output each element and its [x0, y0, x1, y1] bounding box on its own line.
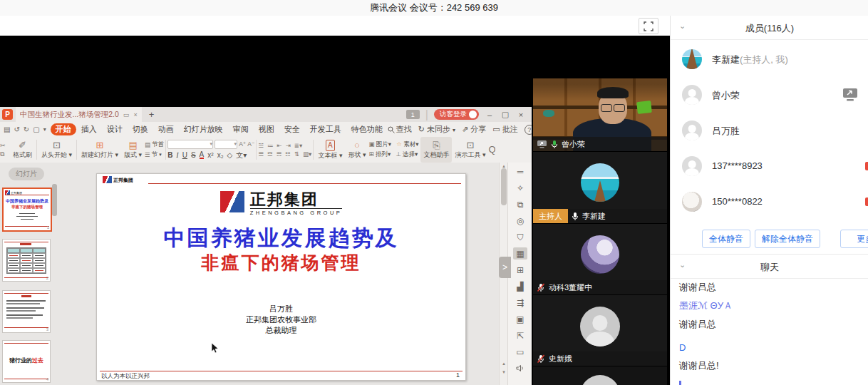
- panel-collapse-handle[interactable]: >: [499, 257, 511, 278]
- ribbon-tab-security[interactable]: 安全: [279, 123, 305, 135]
- subscript-button[interactable]: x₂: [217, 151, 224, 159]
- member-row[interactable]: 150****0822: [671, 184, 868, 220]
- rail-drag-handle[interactable]: ═: [513, 165, 527, 178]
- number-list-icon[interactable]: ≔: [267, 142, 274, 149]
- video-tile-zengxiaorong[interactable]: 曾小荣: [533, 78, 667, 151]
- align-right-icon[interactable]: ☴: [277, 150, 282, 158]
- slides-panel-scrollbar[interactable]: [52, 184, 57, 216]
- fullscreen-button[interactable]: [639, 18, 658, 34]
- from-start-button[interactable]: ⊡ 从头开始 ▾: [38, 137, 75, 163]
- text-effect-button[interactable]: 文▾: [236, 150, 247, 160]
- rail-smartart-icon[interactable]: ⊞: [513, 264, 527, 276]
- align-left-icon[interactable]: ☰: [258, 150, 264, 158]
- wps-restore-button[interactable]: ▢: [500, 110, 510, 119]
- section-top-button[interactable]: ▤节首: [145, 140, 164, 149]
- align-justify-icon[interactable]: ☷: [285, 150, 291, 158]
- ribbon-tab-transition[interactable]: 切换: [128, 123, 153, 135]
- undo-icon[interactable]: ↺: [14, 125, 19, 133]
- tab-close-icon[interactable]: ×: [133, 111, 137, 118]
- underline-button[interactable]: U: [182, 151, 187, 159]
- format-painter-button[interactable]: ✐ 格式刷: [10, 137, 35, 163]
- ribbon-tab-view[interactable]: 视图: [254, 123, 279, 135]
- slide-thumbnail-3[interactable]: 3: [2, 290, 51, 333]
- member-row[interactable]: 曾小荣: [671, 77, 868, 113]
- layout-button[interactable]: ▤ 版式 ▾: [121, 137, 145, 163]
- rail-layout-icon[interactable]: ⧉: [513, 198, 527, 210]
- rail-theme-icon[interactable]: ⛉: [513, 231, 527, 243]
- doc-assistant-button[interactable]: ⎘ 文档助手: [420, 137, 452, 163]
- ribbon-tab-home[interactable]: 开始: [51, 123, 76, 135]
- strikethrough-button[interactable]: S: [191, 151, 196, 159]
- comment-button[interactable]: ▭ 批注: [492, 124, 517, 135]
- ribbon-tab-design[interactable]: 设计: [102, 123, 128, 135]
- video-tile-dongyaozhong[interactable]: 动科3董耀中: [533, 224, 667, 294]
- clipboard-group[interactable]: ✂ ⧉: [0, 137, 10, 163]
- member-row[interactable]: 吕万胜: [671, 113, 868, 148]
- sync-status-button[interactable]: ↻ 未同步 ▾: [418, 124, 455, 135]
- find-button[interactable]: 查找: [388, 124, 412, 135]
- member-row[interactable]: 137****8923: [671, 148, 868, 184]
- video-tile-partial[interactable]: [533, 366, 667, 385]
- bullet-list-icon[interactable]: ☱: [258, 142, 264, 149]
- indent-icon[interactable]: ⇥: [286, 142, 291, 149]
- rail-speaker-icon[interactable]: [513, 362, 527, 374]
- slide-thumbnail-2[interactable]: 2: [2, 239, 51, 282]
- wps-close-button[interactable]: ×: [516, 111, 526, 119]
- font-name-combo[interactable]: ▾: [167, 140, 213, 149]
- guest-login-button[interactable]: 访客登录: [434, 109, 479, 120]
- section-button[interactable]: ☰节▾: [145, 150, 164, 159]
- slide-canvas[interactable]: 正邦集团 正邦集团 ZHENGBANG GROUP 中国养猪业发展趋势及 非瘟下…: [96, 173, 466, 381]
- bold-button[interactable]: B: [167, 151, 172, 159]
- share-button[interactable]: ⇗ 分享: [462, 124, 486, 135]
- shape-button[interactable]: ○ 形状 ▾: [345, 137, 368, 163]
- font-decrease-icon[interactable]: A⁻: [247, 140, 254, 148]
- tab-pin-icon[interactable]: ▭: [123, 111, 130, 118]
- toolbar-clipped-button[interactable]: Q: [488, 137, 495, 163]
- font-color-button[interactable]: A: [200, 151, 205, 159]
- material-button[interactable]: ☆ 素材▾: [396, 140, 418, 149]
- columns-icon[interactable]: ▥▾: [303, 150, 311, 158]
- italic-button[interactable]: I: [176, 151, 178, 159]
- rail-animation-icon[interactable]: ✧: [513, 182, 527, 194]
- quick-access-dropdown-icon[interactable]: ▾: [43, 126, 46, 133]
- save-icon[interactable]: ▤: [4, 125, 10, 133]
- rail-image-icon[interactable]: ▣: [513, 313, 527, 325]
- slides-panel-tab[interactable]: 幻灯片: [9, 168, 44, 180]
- preview-icon[interactable]: ▢: [33, 125, 39, 133]
- present-tools-button[interactable]: ⊡ 演示工具 ▾: [452, 137, 488, 163]
- member-row[interactable]: 李新建(主持人, 我): [671, 41, 868, 77]
- rail-at-icon[interactable]: ◎: [513, 215, 527, 227]
- new-slide-button[interactable]: ⊞ 新建幻灯片 ▾: [78, 137, 121, 163]
- rail-flow-icon[interactable]: ⇶: [513, 297, 527, 309]
- align-center-icon[interactable]: ☲: [267, 150, 273, 158]
- video-tile-shixine[interactable]: 史新娥: [533, 295, 667, 366]
- slide-thumbnail-4[interactable]: 猪行业的过去 4: [2, 340, 51, 383]
- font-increase-icon[interactable]: A⁺: [239, 140, 246, 148]
- help-icon[interactable]: ?: [525, 125, 532, 135]
- textbox-button[interactable]: A 文本框 ▾: [315, 137, 345, 163]
- ribbon-tab-insert[interactable]: 插入: [76, 123, 102, 135]
- superscript-button[interactable]: x²: [207, 151, 213, 159]
- wps-document-tab[interactable]: 中国生猪行业发...猪场管理2.0 ▭ ×: [16, 107, 142, 122]
- ribbon-tab-features[interactable]: 特色功能: [346, 123, 388, 135]
- select-button[interactable]: ⊥ 选择▾: [396, 150, 418, 159]
- rail-export-icon[interactable]: ⇱: [513, 329, 527, 342]
- slide-thumbnail-1[interactable]: 正邦集团 中国养猪业发展趋势及 非瘟下的猪场管理 1: [2, 188, 52, 232]
- video-tile-lixinjian[interactable]: 主持人 李新建: [533, 152, 667, 223]
- line-spacing-icon[interactable]: ⇅: [294, 150, 299, 158]
- ribbon-tab-review[interactable]: 审阅: [228, 123, 254, 135]
- canvas-scrollbar-thumb[interactable]: [501, 168, 507, 205]
- new-tab-button[interactable]: +: [149, 109, 155, 120]
- arrange-button[interactable]: ⊞ 排列▾: [368, 150, 391, 159]
- wps-minimize-button[interactable]: –: [485, 111, 495, 119]
- unmute-all-button[interactable]: 解除全体静音: [755, 230, 820, 248]
- picture-button[interactable]: ▣ 图片▾: [368, 140, 391, 149]
- ribbon-tab-devtools[interactable]: 开发工具: [305, 123, 346, 135]
- more-button[interactable]: 更多 ▾: [840, 230, 868, 248]
- outdent-icon[interactable]: ⇤: [277, 142, 282, 149]
- rail-chart-icon[interactable]: ▟: [513, 280, 527, 292]
- highlight-button[interactable]: ◇: [227, 151, 233, 159]
- redo-icon[interactable]: ↻: [24, 125, 29, 133]
- font-size-combo[interactable]: ▾: [215, 140, 237, 149]
- ribbon-tab-slideshow[interactable]: 幻灯片放映: [179, 123, 228, 135]
